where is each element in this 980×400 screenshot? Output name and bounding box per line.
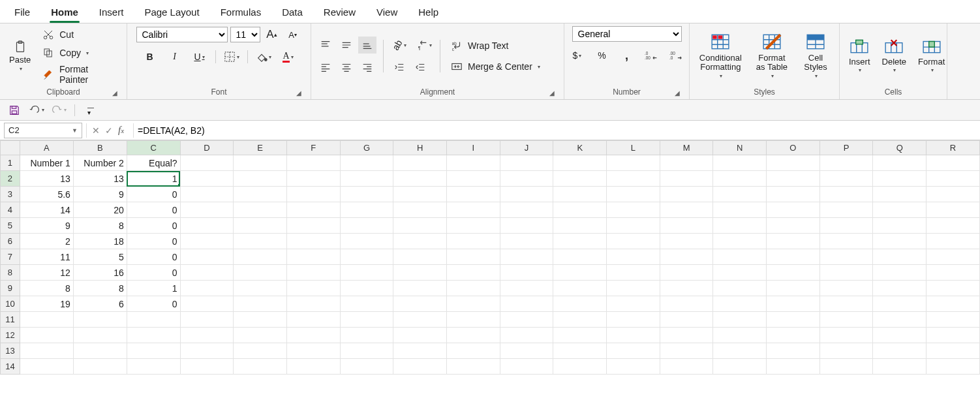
bold-button[interactable]: B — [141, 48, 159, 65]
format-as-table-button[interactable]: Format as Table▾ — [750, 31, 793, 82]
col-header-N[interactable]: N — [713, 141, 767, 155]
cell-R4[interactable] — [926, 202, 980, 218]
tab-insert[interactable]: Insert — [89, 1, 134, 23]
cell-H2[interactable] — [393, 171, 447, 187]
align-bottom-button[interactable] — [358, 37, 376, 54]
cell-A9[interactable]: 8 — [20, 281, 73, 296]
cell-D2[interactable] — [180, 171, 234, 187]
cell-N7[interactable] — [713, 249, 767, 265]
decrease-decimal-button[interactable]: .00.0 — [667, 47, 686, 64]
merge-center-button[interactable]: Merge & Center ▾ — [447, 58, 543, 75]
row-header-4[interactable]: 4 — [1, 202, 20, 218]
cell-J13[interactable] — [500, 343, 553, 359]
cell-C4[interactable]: 0 — [127, 202, 180, 218]
cell-O2[interactable] — [767, 171, 820, 187]
delete-cells-button[interactable]: Delete▾ — [878, 36, 911, 76]
cell-P13[interactable] — [819, 343, 873, 359]
col-header-H[interactable]: H — [393, 141, 447, 155]
grow-font-button[interactable]: A▴ — [263, 26, 281, 43]
cell-G9[interactable] — [340, 281, 393, 296]
cell-R12[interactable] — [926, 328, 980, 343]
cell-R7[interactable] — [926, 249, 980, 265]
align-center-button[interactable] — [337, 59, 356, 76]
cell-M2[interactable] — [660, 171, 713, 187]
currency-button[interactable]: $▾ — [568, 47, 587, 64]
cell-G11[interactable] — [340, 312, 393, 328]
cell-E8[interactable] — [234, 265, 287, 281]
cell-L2[interactable] — [607, 171, 660, 187]
cell-E4[interactable] — [234, 202, 287, 218]
cell-L11[interactable] — [607, 312, 660, 328]
cell-G1[interactable] — [340, 155, 393, 171]
cell-N12[interactable] — [713, 328, 767, 343]
cell-F4[interactable] — [287, 202, 341, 218]
cell-M14[interactable] — [660, 359, 713, 375]
col-header-K[interactable]: K — [553, 141, 607, 155]
row-header-14[interactable]: 14 — [1, 359, 20, 375]
cell-N9[interactable] — [713, 281, 767, 296]
format-cells-button[interactable]: Format▾ — [914, 36, 949, 76]
align-top-button[interactable] — [316, 37, 335, 54]
cell-D7[interactable] — [180, 249, 234, 265]
cell-L3[interactable] — [607, 187, 660, 202]
cell-B11[interactable] — [73, 312, 127, 328]
cell-D13[interactable] — [180, 343, 234, 359]
cell-C13[interactable] — [127, 343, 180, 359]
cell-Q13[interactable] — [873, 343, 926, 359]
cell-K14[interactable] — [553, 359, 607, 375]
paste-button[interactable]: Paste ▾ — [5, 37, 35, 74]
cell-M6[interactable] — [660, 234, 713, 249]
cell-C2[interactable]: 1 — [127, 171, 180, 187]
cell-P7[interactable] — [819, 249, 873, 265]
cell-G13[interactable] — [340, 343, 393, 359]
cell-E6[interactable] — [234, 234, 287, 249]
cell-Q11[interactable] — [873, 312, 926, 328]
cell-A3[interactable]: 5.6 — [20, 187, 73, 202]
cell-G2[interactable] — [340, 171, 393, 187]
cell-B3[interactable]: 9 — [73, 187, 127, 202]
col-header-O[interactable]: O — [767, 141, 820, 155]
cell-M5[interactable] — [660, 218, 713, 234]
cell-B7[interactable]: 5 — [73, 249, 127, 265]
cell-N14[interactable] — [713, 359, 767, 375]
cell-Q8[interactable] — [873, 265, 926, 281]
cell-E11[interactable] — [234, 312, 287, 328]
cell-M13[interactable] — [660, 343, 713, 359]
orientation-button[interactable]: ab▾ — [390, 37, 408, 54]
row-header-10[interactable]: 10 — [1, 296, 20, 312]
cell-A12[interactable] — [20, 328, 73, 343]
cell-F12[interactable] — [287, 328, 341, 343]
tab-home[interactable]: Home — [40, 1, 89, 23]
cell-F8[interactable] — [287, 265, 341, 281]
cell-L6[interactable] — [607, 234, 660, 249]
cell-B6[interactable]: 18 — [73, 234, 127, 249]
cell-J3[interactable] — [500, 187, 553, 202]
cell-Q7[interactable] — [873, 249, 926, 265]
cell-O8[interactable] — [767, 265, 820, 281]
qat-customize-button[interactable]: —▾ — [82, 102, 100, 119]
cell-A11[interactable] — [20, 312, 73, 328]
cancel-formula-button[interactable]: ✕ — [92, 125, 100, 136]
cell-C7[interactable]: 0 — [127, 249, 180, 265]
cell-I1[interactable] — [447, 155, 500, 171]
tab-data[interactable]: Data — [271, 1, 313, 23]
cell-I9[interactable] — [447, 281, 500, 296]
cell-A8[interactable]: 12 — [20, 265, 73, 281]
tab-page-layout[interactable]: Page Layout — [134, 1, 209, 23]
cell-C11[interactable] — [127, 312, 180, 328]
align-right-button[interactable] — [358, 59, 376, 76]
cell-L13[interactable] — [607, 343, 660, 359]
cell-A4[interactable]: 14 — [20, 202, 73, 218]
cell-N6[interactable] — [713, 234, 767, 249]
cell-H14[interactable] — [393, 359, 447, 375]
col-header-C[interactable]: C — [127, 141, 180, 155]
cell-B13[interactable] — [73, 343, 127, 359]
copy-button[interactable]: Copy ▾ — [38, 44, 121, 61]
row-header-8[interactable]: 8 — [1, 265, 20, 281]
cell-M8[interactable] — [660, 265, 713, 281]
cell-D11[interactable] — [180, 312, 234, 328]
cell-M4[interactable] — [660, 202, 713, 218]
cell-N11[interactable] — [713, 312, 767, 328]
font-size-select[interactable]: 11 — [230, 27, 260, 42]
increase-decimal-button[interactable]: .0.00 — [643, 47, 661, 64]
